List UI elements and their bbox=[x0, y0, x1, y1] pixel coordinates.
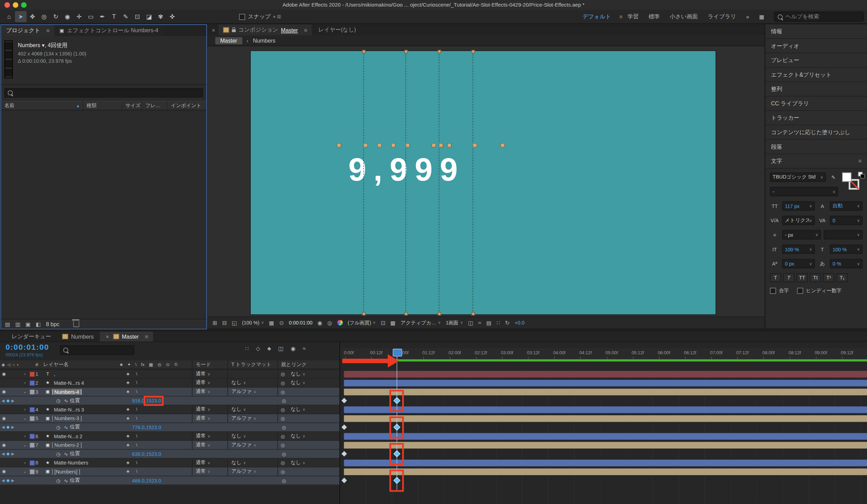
layer-name[interactable]: Matte-N...rs 3 bbox=[52, 407, 114, 412]
panel-divider[interactable] bbox=[340, 341, 340, 504]
switch-icon[interactable]: ♣ bbox=[127, 442, 129, 447]
graph-icon[interactable]: ∿ bbox=[62, 451, 70, 457]
switch-icon[interactable]: \ bbox=[136, 380, 137, 385]
zoom-tool[interactable]: ◎ bbox=[38, 11, 50, 22]
trackmatte-select[interactable]: アルファ∨ bbox=[228, 414, 277, 423]
layer-row[interactable]: ›8★Matte-Numbers♣\通常∨なし∨◎なし∨ bbox=[0, 459, 340, 468]
blend-mode-select[interactable]: 通常∨ bbox=[192, 414, 227, 423]
home-tool[interactable]: ⌂ bbox=[3, 11, 15, 22]
all-caps-button[interactable]: TT bbox=[797, 273, 808, 283]
snap-checkbox[interactable] bbox=[239, 14, 245, 20]
frame-blend-icon[interactable]: ◫ bbox=[278, 345, 283, 351]
hindi-digits-checkbox[interactable] bbox=[797, 288, 803, 294]
layer-duration-bar[interactable] bbox=[344, 460, 867, 466]
layer-visibility-toggle[interactable]: ◉ bbox=[0, 389, 8, 394]
snap-option-icon[interactable]: ⌖ bbox=[273, 14, 277, 19]
exposure-value[interactable]: +0.0 bbox=[515, 320, 524, 325]
prev-keyframe-icon[interactable]: ◀ bbox=[2, 478, 5, 483]
layer-row[interactable]: ◉⌄5▣Numbers-3♣\通常∨アルファ∨◎ bbox=[0, 414, 340, 423]
viewer-timecode[interactable]: 0:00:01:00 bbox=[289, 320, 312, 325]
draft-3d-icon[interactable]: ◇ bbox=[256, 345, 260, 351]
view-layout-select[interactable]: 1画面∨ bbox=[446, 319, 463, 327]
tab-effect-controls[interactable]: ▣ エフェクトコントロール Numbers-4 bbox=[54, 25, 163, 36]
fill-color-swatch[interactable] bbox=[842, 172, 851, 182]
expand-arrow[interactable]: ⌄ bbox=[21, 469, 29, 474]
pick-whip-icon[interactable]: ◎ bbox=[281, 380, 285, 385]
layer-switches[interactable]: ♣\ bbox=[114, 469, 192, 474]
property-name[interactable]: 位置 bbox=[70, 477, 132, 484]
position-y-value[interactable]: 1523.0 bbox=[146, 398, 161, 403]
parent-select[interactable]: なし∨ bbox=[287, 433, 305, 440]
layer-row[interactable]: ›2★Matte-N...rs 4♣\通常∨なし∨◎なし∨ bbox=[0, 379, 340, 388]
channels-icon[interactable] bbox=[337, 320, 343, 325]
parent-link-cell[interactable]: ◎なし∨ bbox=[277, 379, 340, 387]
layer-row[interactable]: ›6★Matte-N...s 2♣\通常∨なし∨◎なし∨ bbox=[0, 432, 340, 441]
position-y-value[interactable]: 1523.0 bbox=[146, 424, 161, 430]
pick-whip-icon[interactable]: ◎ bbox=[282, 478, 286, 483]
grid-guides-icon[interactable]: ▦ bbox=[269, 320, 274, 326]
timeline-tab-Master[interactable]: ×Master≡ bbox=[100, 332, 153, 342]
layer-visibility-toggle[interactable]: ◉ bbox=[0, 442, 8, 447]
prev-keyframe-icon[interactable]: ◀ bbox=[2, 452, 5, 456]
close-tab-icon[interactable]: × bbox=[211, 27, 216, 33]
parent-link-cell[interactable]: ◎ bbox=[277, 414, 340, 423]
layer-duration-bar[interactable] bbox=[344, 415, 867, 422]
property-name[interactable]: 位置 bbox=[70, 397, 132, 404]
timeline-search[interactable] bbox=[60, 345, 134, 355]
position-value[interactable]: 776.0,1523.0 bbox=[132, 424, 199, 430]
parent-link-cell[interactable]: ◎ bbox=[277, 388, 340, 396]
motion-blur-icon[interactable]: ◉ bbox=[291, 345, 295, 351]
layer-duration-bar[interactable] bbox=[344, 469, 867, 475]
screen-mode-icon[interactable]: ⊟ bbox=[222, 320, 226, 326]
keyframe-diamond[interactable] bbox=[342, 424, 347, 430]
stopwatch-icon[interactable]: ◷ bbox=[54, 478, 62, 483]
label-color-chip[interactable] bbox=[29, 442, 35, 448]
switch-icon[interactable]: ♣ bbox=[127, 434, 129, 438]
keyframe-diamond[interactable] bbox=[342, 451, 347, 457]
sidebar-panel-2[interactable]: プレビュー bbox=[765, 53, 867, 68]
layer-switches[interactable]: ♣\ bbox=[114, 416, 192, 421]
expand-arrow[interactable]: › bbox=[21, 460, 29, 465]
anchor-handle[interactable] bbox=[439, 143, 443, 148]
switch-icon[interactable]: \ bbox=[136, 460, 137, 465]
sidebar-panel-6[interactable]: トラッカー bbox=[765, 111, 867, 125]
pick-whip-icon[interactable]: ◎ bbox=[281, 416, 285, 421]
pick-whip-icon[interactable]: ◎ bbox=[281, 442, 285, 448]
workspace-tab-小さい画面[interactable]: 小さい画面 bbox=[665, 13, 703, 20]
eyedropper-icon[interactable]: ✎ bbox=[829, 174, 838, 180]
keyframe-navigator[interactable]: ◀◆▶ bbox=[0, 478, 22, 483]
project-settings-icon[interactable]: ◧ bbox=[36, 321, 41, 327]
parent-link-cell[interactable]: ◎なし∨ bbox=[277, 405, 340, 414]
hand-tool[interactable]: ✥ bbox=[27, 11, 38, 22]
workspace-tab-学習[interactable]: 学習 bbox=[623, 13, 644, 20]
transparency-grid-icon[interactable]: ▩ bbox=[390, 320, 396, 326]
snap-toggle[interactable]: スナップ bbox=[239, 13, 271, 20]
trackmatte-select[interactable]: アルファ∨ bbox=[228, 441, 277, 449]
position-x-value[interactable]: 466.0, bbox=[132, 478, 146, 483]
switch-icon[interactable]: \ bbox=[136, 416, 137, 421]
rotation-tool[interactable]: ↻ bbox=[50, 11, 62, 22]
tab-project[interactable]: プロジェクト ≡ bbox=[1, 25, 54, 36]
layer-switches[interactable]: ♣\ bbox=[114, 460, 192, 465]
eraser-tool[interactable]: ◪ bbox=[143, 11, 155, 22]
composition-canvas[interactable]: 9,999 bbox=[251, 51, 715, 314]
leading-select[interactable]: 自動∨ bbox=[830, 201, 862, 211]
trackmatte-select[interactable] bbox=[228, 370, 277, 378]
parent-link-cell[interactable]: ◎ bbox=[277, 441, 340, 449]
property-pick-whip[interactable]: ◎ bbox=[278, 398, 340, 403]
position-y-value[interactable]: 1523.0 bbox=[146, 478, 161, 483]
clone-stamp-tool[interactable]: ⊡ bbox=[131, 11, 143, 22]
blend-mode-select[interactable]: 通常∨ bbox=[192, 432, 227, 440]
parent-select[interactable]: なし∨ bbox=[287, 379, 305, 386]
layer-switches[interactable]: ♣\ bbox=[114, 434, 192, 438]
horizontal-scale-select[interactable]: 100 %∨ bbox=[830, 244, 862, 254]
sidebar-panel-7[interactable]: コンテンツに応じた塗りつぶし bbox=[765, 125, 867, 140]
layer-name[interactable]: , bbox=[52, 371, 114, 377]
timeline-tab-レンダーキュー[interactable]: レンダーキュー bbox=[7, 332, 56, 342]
layer-row[interactable]: ◉⌄3▣Numbers-4♣\通常∨アルファ∨◎ bbox=[0, 388, 340, 397]
blend-mode-select[interactable]: 通常∨ bbox=[192, 459, 227, 467]
position-value[interactable]: 916.0,1523.0 bbox=[132, 398, 199, 403]
property-pick-whip[interactable]: ◎ bbox=[278, 451, 340, 457]
prev-keyframe-icon[interactable]: ◀ bbox=[2, 398, 5, 403]
position-x-value[interactable]: 776.0, bbox=[132, 424, 146, 430]
